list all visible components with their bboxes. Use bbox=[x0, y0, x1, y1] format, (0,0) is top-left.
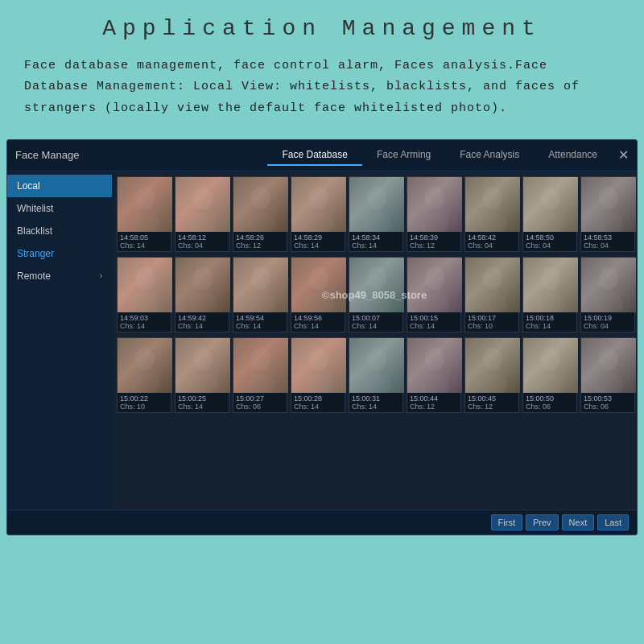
face-channel: Chs: 14 bbox=[294, 322, 342, 330]
next-button[interactable]: Next bbox=[562, 514, 595, 530]
face-cell[interactable]: 15:00:15Chs: 14 bbox=[407, 257, 461, 332]
svg-point-49 bbox=[362, 374, 391, 393]
face-image bbox=[523, 177, 578, 232]
main-content: Local Whitelist Blacklist Stranger Remot… bbox=[7, 171, 637, 510]
face-cell[interactable]: 15:00:27Chs: 06 bbox=[233, 337, 287, 413]
face-image bbox=[118, 177, 172, 232]
face-timestamp: 14:59:54 bbox=[236, 314, 284, 322]
face-cell[interactable]: 14:59:03Chs: 14 bbox=[117, 257, 171, 332]
face-cell[interactable]: 14:58:53Chs: 04 bbox=[580, 176, 635, 252]
svg-point-29 bbox=[362, 293, 391, 312]
face-cell[interactable]: 14:59:54Chs: 14 bbox=[233, 257, 287, 332]
svg-point-0 bbox=[135, 187, 155, 209]
svg-point-6 bbox=[309, 187, 328, 209]
face-cell[interactable]: 15:00:45Chs: 12 bbox=[464, 337, 519, 413]
face-image bbox=[349, 177, 404, 232]
face-cell[interactable]: 15:00:17Chs: 10 bbox=[464, 257, 519, 332]
face-image bbox=[291, 258, 346, 312]
face-cell[interactable]: 15:00:19Chs: 04 bbox=[580, 257, 635, 332]
face-cell[interactable]: 15:00:07Chs: 14 bbox=[349, 257, 403, 332]
face-timestamp: 14:58:29 bbox=[294, 233, 342, 242]
sidebar-item-stranger[interactable]: Stranger bbox=[7, 242, 112, 265]
face-cell[interactable]: 15:00:53Chs: 06 bbox=[580, 337, 635, 413]
svg-point-23 bbox=[188, 293, 217, 312]
face-row: 14:59:03Chs: 14 14:59:42Chs: 14 14:59:54… bbox=[117, 257, 632, 332]
svg-point-1 bbox=[130, 213, 159, 232]
face-image bbox=[118, 338, 172, 393]
face-grid-area: ©shop49_8058_store 14:58:05Chs: 14 14:58… bbox=[112, 171, 637, 510]
face-timestamp: 14:58:12 bbox=[178, 233, 226, 242]
close-button[interactable]: ✕ bbox=[618, 149, 629, 162]
tab-face-analysis[interactable]: Face Analysis bbox=[445, 145, 534, 166]
sidebar-item-remote[interactable]: Remote › bbox=[7, 265, 112, 287]
face-channel: Chs: 10 bbox=[468, 322, 516, 330]
svg-point-4 bbox=[251, 187, 270, 209]
chevron-right-icon: › bbox=[100, 271, 102, 280]
sidebar-item-blacklist[interactable]: Blacklist bbox=[7, 220, 112, 242]
svg-point-5 bbox=[246, 213, 275, 232]
face-image bbox=[233, 338, 288, 393]
svg-point-22 bbox=[193, 267, 213, 290]
face-timestamp: 14:58:26 bbox=[236, 233, 284, 242]
svg-point-13 bbox=[478, 213, 507, 232]
svg-point-30 bbox=[425, 267, 444, 290]
svg-point-31 bbox=[420, 293, 449, 312]
face-image bbox=[465, 177, 520, 232]
face-row: 15:00:22Chs: 10 15:00:25Chs: 14 15:00:27… bbox=[117, 337, 632, 413]
face-cell[interactable]: 15:00:25Chs: 14 bbox=[175, 337, 229, 413]
tab-face-arming[interactable]: Face Arming bbox=[362, 145, 445, 166]
svg-point-17 bbox=[594, 213, 623, 232]
face-timestamp: 14:58:53 bbox=[584, 233, 632, 242]
face-image bbox=[523, 338, 578, 393]
face-timestamp: 15:00:15 bbox=[410, 314, 458, 322]
svg-point-50 bbox=[425, 348, 444, 370]
face-timestamp: 15:00:27 bbox=[236, 394, 284, 402]
face-cell[interactable]: 14:58:12Chs: 04 bbox=[175, 176, 229, 252]
face-cell[interactable]: 15:00:50Chs: 06 bbox=[522, 337, 577, 413]
svg-point-55 bbox=[536, 374, 565, 393]
face-channel: Chs: 06 bbox=[526, 402, 574, 411]
sidebar-item-whitelist[interactable]: Whitelist bbox=[7, 197, 112, 220]
face-image bbox=[407, 338, 462, 393]
face-cell[interactable]: 14:58:26Chs: 12 bbox=[233, 176, 287, 252]
last-button[interactable]: Last bbox=[597, 514, 629, 530]
face-cell[interactable]: 14:58:34Chs: 14 bbox=[349, 176, 403, 252]
face-image bbox=[233, 177, 288, 232]
face-channel: Chs: 14 bbox=[352, 402, 400, 411]
face-cell[interactable]: 14:58:50Chs: 04 bbox=[522, 176, 577, 252]
tab-attendance[interactable]: Attendance bbox=[534, 145, 612, 166]
face-cell[interactable]: 14:59:42Chs: 14 bbox=[175, 257, 229, 332]
face-channel: Chs: 12 bbox=[410, 242, 458, 250]
sidebar: Local Whitelist Blacklist Stranger Remot… bbox=[7, 171, 112, 510]
svg-point-27 bbox=[304, 293, 333, 312]
svg-point-14 bbox=[541, 187, 560, 209]
prev-button[interactable]: Prev bbox=[526, 514, 559, 530]
face-timestamp: 15:00:17 bbox=[468, 314, 516, 322]
face-cell[interactable]: 14:58:29Chs: 14 bbox=[291, 176, 345, 252]
face-cell[interactable]: 15:00:28Chs: 14 bbox=[291, 337, 345, 413]
tab-face-database[interactable]: Face Database bbox=[267, 145, 361, 166]
face-cell[interactable]: 14:59:56Chs: 14 bbox=[291, 257, 345, 332]
face-image bbox=[581, 258, 636, 312]
face-image bbox=[465, 258, 520, 312]
sidebar-item-local[interactable]: Local bbox=[7, 175, 112, 197]
face-channel: Chs: 14 bbox=[294, 402, 342, 411]
face-cell[interactable]: 15:00:31Chs: 14 bbox=[349, 337, 403, 413]
svg-point-21 bbox=[130, 293, 159, 312]
face-cell[interactable]: 14:58:39Chs: 12 bbox=[407, 176, 461, 252]
svg-point-20 bbox=[135, 267, 155, 290]
face-image bbox=[407, 258, 462, 312]
face-channel: Chs: 06 bbox=[236, 402, 284, 411]
face-image bbox=[407, 177, 462, 232]
face-row: 14:58:05Chs: 14 14:58:12Chs: 04 14:58:26… bbox=[117, 176, 632, 252]
first-button[interactable]: First bbox=[491, 514, 522, 530]
face-cell[interactable]: 15:00:22Chs: 10 bbox=[117, 337, 171, 413]
face-cell[interactable]: 15:00:18Chs: 14 bbox=[522, 257, 577, 332]
face-image bbox=[118, 258, 172, 312]
face-cell[interactable]: 15:00:44Chs: 12 bbox=[407, 337, 461, 413]
svg-point-3 bbox=[188, 213, 217, 232]
face-cell[interactable]: 14:58:05Chs: 14 bbox=[117, 176, 171, 252]
svg-point-42 bbox=[193, 348, 213, 370]
svg-point-43 bbox=[188, 374, 217, 393]
face-cell[interactable]: 14:58:42Chs: 04 bbox=[464, 176, 519, 252]
